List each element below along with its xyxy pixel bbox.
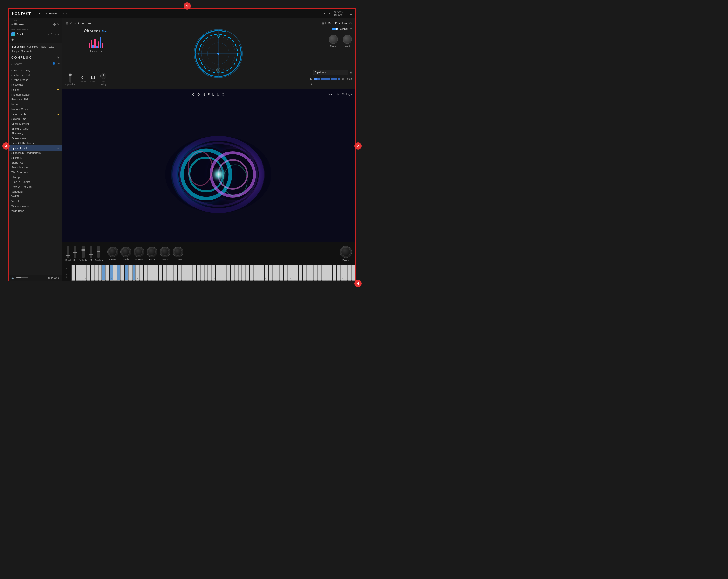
instrument-name[interactable]: Conflux <box>17 33 43 36</box>
nav-forward-icon[interactable]: > <box>74 22 76 25</box>
play-button[interactable]: ▶ <box>310 77 312 81</box>
volume-knob[interactable] <box>340 246 352 258</box>
preset-item[interactable]: Online Perusing <box>9 68 62 73</box>
preset-item[interactable]: Shimmery <box>9 131 62 136</box>
preset-item[interactable]: Whining Worm <box>9 203 62 209</box>
swing-knob[interactable] <box>100 73 107 79</box>
preset-star-icon[interactable]: ★ <box>57 112 59 115</box>
piano-up-icon[interactable]: ▲ <box>66 267 68 270</box>
key-gear-icon[interactable]: ⚙ <box>349 22 352 25</box>
main-area: ⊞ < > Arpeligrano Phrases Tool <box>62 18 355 281</box>
preset-item[interactable]: Vari Tin <box>9 194 62 199</box>
tool-power-btn[interactable]: ⏻ <box>53 23 56 26</box>
tab-leap[interactable]: Leap <box>47 45 55 49</box>
user-icon[interactable]: 👤 <box>52 62 55 65</box>
mod-fader[interactable] <box>74 246 76 258</box>
invert-label: Invert <box>344 45 350 47</box>
preset-item[interactable]: Rezzed <box>9 102 62 107</box>
preset-item[interactable]: Sharp Element <box>9 121 62 126</box>
tab-tools[interactable]: Tools <box>40 45 47 49</box>
record-icon[interactable]: ⏺ <box>310 83 313 86</box>
pattern-slot-6[interactable] <box>331 78 334 80</box>
stasis-knob[interactable] <box>121 247 131 257</box>
tab-loops[interactable]: Loops <box>11 49 20 54</box>
edit-tab[interactable]: Edit <box>335 93 339 96</box>
preset-item[interactable]: Spaceship Headquarters <box>9 150 62 155</box>
invert-knob[interactable] <box>343 35 352 44</box>
preset-item[interactable]: Splinters <box>9 155 62 160</box>
piano-down-icon[interactable]: ▼ <box>66 276 68 278</box>
preset-item[interactable]: Smokeshow <box>9 136 62 141</box>
preset-item[interactable]: Vox Flux <box>9 199 62 203</box>
preset-item-name: Robotic Chime <box>11 108 29 110</box>
search-input[interactable] <box>14 62 51 65</box>
randomize-label[interactable]: Randomize <box>90 50 102 53</box>
pattern-slot-1[interactable] <box>314 78 317 80</box>
preset-item[interactable]: Ozone Breaks <box>9 78 62 82</box>
preset-item[interactable]: Resonant Field <box>9 97 62 102</box>
preset-item[interactable]: Thump <box>9 175 62 180</box>
preset-item[interactable]: Space Travel☆ <box>9 145 62 150</box>
rand-bar-7 <box>100 37 101 48</box>
bend-fader[interactable] <box>67 246 69 258</box>
random-fader[interactable] <box>97 246 100 258</box>
preset-item[interactable]: Starter Gun <box>9 160 62 165</box>
tab-oneshots[interactable]: One-shots <box>20 49 33 54</box>
tab-combined[interactable]: Combined <box>26 45 40 49</box>
arp-header: ⊞ < > Arpeligrano <box>66 22 126 26</box>
preset-select-icon[interactable]: ⊞ <box>349 71 352 74</box>
preset-item[interactable]: Saturn Timbre★ <box>9 111 62 116</box>
preset-star-icon[interactable]: ★ <box>57 88 59 91</box>
pattern-slot-7[interactable] <box>334 78 337 80</box>
preset-select-box[interactable]: Arpeligrano <box>313 70 348 75</box>
preset-item[interactable]: Shield Of Orion <box>9 126 62 131</box>
velocity-fader[interactable] <box>82 246 84 258</box>
menu-file[interactable]: FILE <box>37 12 42 15</box>
pulse-knob[interactable] <box>147 247 157 257</box>
menu-view[interactable]: VIEW <box>61 12 68 15</box>
pattern-slot-4[interactable] <box>324 78 327 80</box>
add-instrument-btn[interactable]: + <box>11 37 14 42</box>
pattern-slot-5[interactable] <box>328 78 330 80</box>
pattern-slot-8[interactable] <box>338 78 340 80</box>
preset-item[interactable]: Pulsar★ <box>9 87 62 92</box>
preset-star-icon[interactable]: ☆ <box>57 146 59 149</box>
key-value[interactable]: F Minor Pentatonic <box>326 22 348 25</box>
motions-knob[interactable] <box>133 247 144 257</box>
preset-item[interactable]: Robotic Chime <box>9 107 62 111</box>
pattern-slot-3[interactable] <box>321 78 323 80</box>
ruin-it-knob[interactable] <box>160 247 170 257</box>
preset-item[interactable]: Time_s Running <box>9 180 62 184</box>
preset-item[interactable]: Vanguard <box>9 189 62 194</box>
echoes-knob[interactable] <box>173 247 183 257</box>
shop-button[interactable]: SHOP <box>324 12 331 15</box>
nav-back-icon[interactable]: < <box>70 22 72 25</box>
brand-chevron[interactable]: ∨ <box>57 55 59 59</box>
preset-item[interactable]: Random Scape <box>9 92 62 97</box>
dynamics-fader[interactable] <box>69 73 71 83</box>
global-toggle[interactable] <box>332 28 338 30</box>
tool-close-btn[interactable]: ✕ <box>57 23 59 26</box>
pattern-slot-2[interactable] <box>317 78 320 80</box>
edit-pencil-icon[interactable]: ✏ <box>349 27 352 30</box>
preset-item[interactable]: Swashbuckler <box>9 165 62 170</box>
play-tab[interactable]: Play <box>327 93 332 96</box>
at-fader[interactable] <box>89 246 92 258</box>
preset-item[interactable]: Wide Bass <box>9 209 62 213</box>
preset-item[interactable]: Trick Of The Light <box>9 184 62 189</box>
preset-item[interactable]: Out In The Cold <box>9 73 62 78</box>
preset-item[interactable]: Sons Of The Forest <box>9 141 62 145</box>
settings-tab[interactable]: Settings <box>342 93 352 96</box>
instrument-s[interactable]: S <box>45 33 46 35</box>
phrases-right: ▣ F Minor Pentatonic ⚙ Global ✏ <box>307 18 355 89</box>
preset-item[interactable]: The Cavenour <box>9 170 62 175</box>
close-it-knob[interactable] <box>107 247 118 257</box>
menu-library[interactable]: LIBRARY <box>46 12 57 15</box>
preset-item[interactable]: Pesticides <box>9 82 62 87</box>
preset-item[interactable]: Screen Time <box>9 116 62 121</box>
star-filter-icon[interactable]: ★ <box>57 62 60 65</box>
instrument-close[interactable]: ✕ <box>57 33 59 36</box>
tab-instruments[interactable]: Instruments <box>11 45 26 49</box>
rotate-knob[interactable] <box>329 35 338 44</box>
instrument-m[interactable]: M <box>48 33 50 35</box>
